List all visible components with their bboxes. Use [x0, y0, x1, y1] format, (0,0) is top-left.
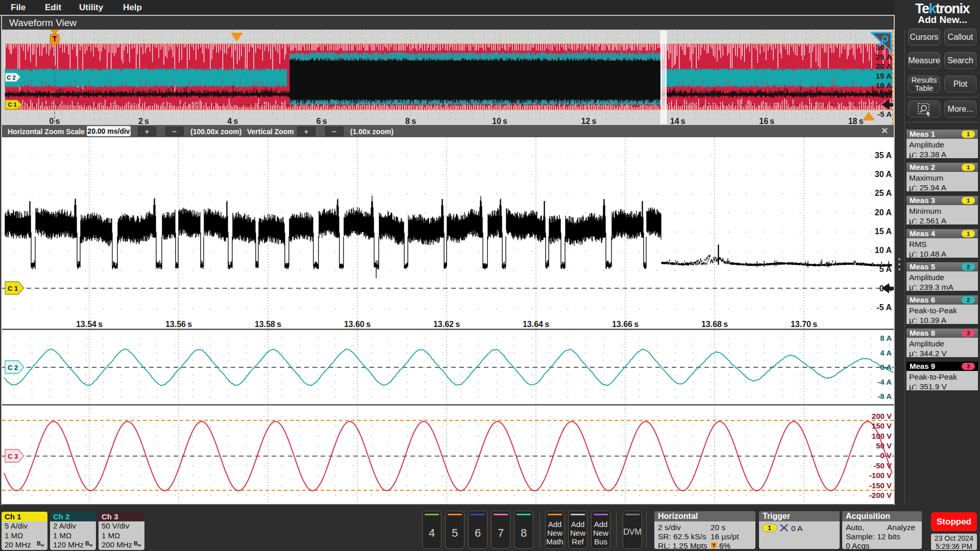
svg-text:50 V: 50 V	[876, 441, 892, 450]
svg-text:4 A: 4 A	[880, 348, 892, 357]
svg-text:12 s: 12 s	[581, 117, 596, 125]
svg-text:C 2: C 2	[8, 364, 18, 371]
svg-text:8 A: 8 A	[880, 334, 892, 342]
svg-text:30 A: 30 A	[875, 170, 892, 179]
svg-text:-150 V: -150 V	[869, 481, 892, 490]
svg-text:2 s: 2 s	[138, 117, 149, 125]
svg-text:13.70 s: 13.70 s	[791, 320, 817, 329]
svg-text:-100 V: -100 V	[869, 471, 892, 480]
svg-text:C 2: C 2	[7, 74, 15, 81]
svg-text:15 A: 15 A	[876, 71, 892, 80]
svg-text:T: T	[53, 35, 57, 43]
svg-text:C 1: C 1	[8, 285, 18, 292]
svg-text:100 V: 100 V	[872, 432, 892, 440]
svg-text:18 s: 18 s	[848, 117, 864, 125]
svg-text:35 A: 35 A	[875, 151, 892, 160]
svg-text:13.60 s: 13.60 s	[344, 320, 371, 329]
svg-text:150 V: 150 V	[872, 421, 892, 430]
svg-text:13.62 s: 13.62 s	[433, 320, 460, 329]
svg-text:10 s: 10 s	[492, 117, 507, 125]
svg-text:T: T	[713, 543, 716, 548]
svg-text:-50 V: -50 V	[873, 461, 892, 470]
svg-text:200 V: 200 V	[872, 412, 892, 420]
svg-text:13.54 s: 13.54 s	[76, 320, 103, 329]
svg-text:13.68 s: 13.68 s	[701, 320, 728, 329]
svg-text:10 A: 10 A	[876, 81, 892, 90]
svg-text:25 A: 25 A	[876, 53, 892, 61]
svg-text:13.64 s: 13.64 s	[523, 320, 549, 329]
svg-text:5 A: 5 A	[879, 265, 892, 273]
svg-text:25 A: 25 A	[875, 189, 892, 197]
svg-text:8 s: 8 s	[405, 117, 416, 125]
svg-text:-4 A: -4 A	[877, 378, 892, 386]
svg-text:16 s: 16 s	[759, 117, 774, 125]
svg-text:5 A: 5 A	[880, 91, 892, 99]
svg-text:6 s: 6 s	[316, 117, 327, 125]
svg-text:4 s: 4 s	[227, 117, 238, 125]
svg-text:-8 A: -8 A	[877, 392, 892, 400]
svg-text:15 A: 15 A	[875, 227, 892, 236]
svg-text:20 A: 20 A	[875, 208, 892, 217]
svg-text:-200 V: -200 V	[869, 491, 892, 499]
svg-text:13.58 s: 13.58 s	[255, 320, 281, 329]
svg-text:-5 A: -5 A	[876, 303, 892, 312]
svg-text:13.56 s: 13.56 s	[165, 320, 192, 329]
svg-text:10 A: 10 A	[875, 246, 892, 255]
svg-text:20 A: 20 A	[876, 62, 892, 70]
svg-text:13.66 s: 13.66 s	[612, 320, 639, 329]
svg-text:0 s: 0 s	[50, 117, 60, 125]
svg-text:C 3: C 3	[8, 453, 18, 460]
svg-text:14 s: 14 s	[670, 117, 685, 125]
svg-text:-5 A: -5 A	[877, 110, 892, 118]
svg-text:0 A: 0 A	[880, 363, 892, 371]
svg-text:C 1: C 1	[8, 102, 16, 108]
svg-text:0 V: 0 V	[880, 451, 892, 460]
